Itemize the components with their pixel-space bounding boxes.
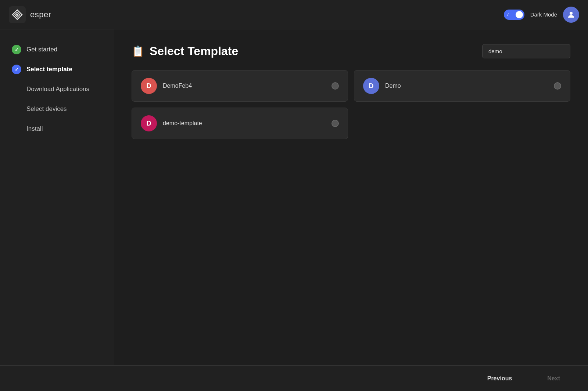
step-icon-select-template: ✓ [12,65,21,74]
sidebar-item-download-applications[interactable]: Download Applications [9,81,105,98]
svg-point-1 [16,14,18,16]
sidebar-item-install[interactable]: Install [9,120,105,137]
sidebar-item-get-started[interactable]: ✓ Get started [9,41,105,58]
main-content: 📋 Select Template DDemoFeb4DDemoDdemo-te… [114,29,588,365]
svg-point-2 [570,12,573,15]
template-card-demofeb4[interactable]: DDemoFeb4 [132,70,348,102]
logo-area: esper [9,6,51,23]
previous-button[interactable]: Previous [474,372,526,385]
sidebar: ✓ Get started ✓ Select template Download… [0,29,114,365]
step-icon-select-devices [12,104,21,114]
template-radio-demofeb4[interactable] [331,82,339,90]
logo-text: esper [30,10,51,19]
toggle-check-icon: ✓ [506,12,510,17]
step-icon-download-applications [12,84,21,94]
template-card-demo[interactable]: DDemo [354,70,570,102]
user-avatar[interactable] [563,7,579,23]
footer: Previous Next [0,365,588,391]
main-layout: ✓ Get started ✓ Select template Download… [0,29,588,365]
template-grid: DDemoFeb4DDemoDdemo-template [132,70,570,139]
dark-mode-label: Dark Mode [530,11,557,18]
step-icon-install [12,124,21,134]
header-right: ✓ Dark Mode [504,7,579,23]
page-header: 📋 Select Template [132,44,570,58]
step-icon-get-started: ✓ [12,45,21,54]
template-name-demofeb4: DemoFeb4 [163,83,326,89]
toggle-thumb [516,11,523,18]
page-title-icon: 📋 [132,45,144,57]
dark-mode-toggle[interactable]: ✓ [504,10,524,20]
template-name-demo: Demo [385,83,548,89]
esper-logo-icon [9,6,26,23]
next-button: Next [534,372,573,385]
sidebar-label-get-started: Get started [26,46,57,53]
sidebar-item-select-template[interactable]: ✓ Select template [9,61,105,78]
template-avatar-demofeb4: D [141,78,157,94]
page-title: Select Template [150,44,238,58]
template-avatar-demo: D [363,78,379,94]
sidebar-label-download-applications: Download Applications [26,86,89,93]
template-card-demo-template[interactable]: Ddemo-template [132,108,348,139]
page-title-area: 📋 Select Template [132,44,238,58]
template-name-demo-template: demo-template [163,120,326,127]
sidebar-label-select-devices: Select devices [26,105,67,113]
template-radio-demo[interactable] [554,82,561,90]
sidebar-label-select-template: Select template [26,66,72,73]
sidebar-label-install: Install [26,125,43,133]
app-header: esper ✓ Dark Mode [0,0,588,29]
search-input[interactable] [482,44,570,58]
template-radio-demo-template[interactable] [331,120,339,127]
sidebar-item-select-devices[interactable]: Select devices [9,101,105,117]
template-avatar-demo-template: D [141,115,157,131]
